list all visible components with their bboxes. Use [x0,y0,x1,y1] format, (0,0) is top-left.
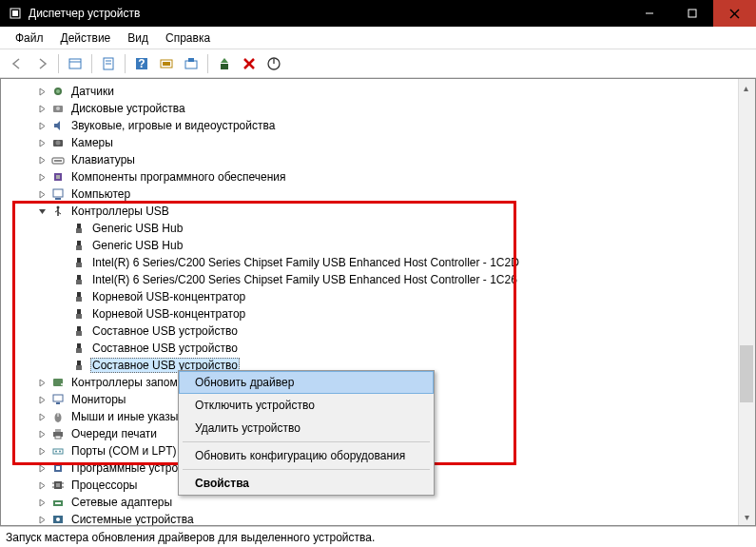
svg-rect-44 [76,297,82,302]
expand-icon [56,359,69,372]
svg-point-64 [59,451,61,453]
svg-rect-38 [76,245,82,250]
tree-node[interactable]: Камеры [14,134,738,151]
expand-icon[interactable] [35,153,48,166]
properties-button[interactable] [97,52,120,75]
tree-node[interactable]: Корневой USB-концентратор [14,305,738,322]
expand-icon[interactable] [35,479,48,492]
tree-node[interactable]: Сетевые адаптеры [14,494,738,511]
tree-node-label: Датчики [69,85,116,98]
tree-node[interactable]: Звуковые, игровые и видеоустройства [14,117,738,134]
minimize-button[interactable] [628,0,670,27]
statusbar: Запуск мастера обновления драйверов для … [0,526,756,547]
scrollbar[interactable]: ▴ ▾ [738,79,755,525]
svg-rect-6 [69,59,81,68]
tree-node-label: Порты (COM и LPT) [69,444,179,458]
expand-icon[interactable] [35,496,48,509]
help-button[interactable]: ? [130,52,153,75]
expand-icon[interactable] [35,376,48,389]
tree-node[interactable]: Generic USB Hub [14,220,738,237]
tree-node-label: Мониторы [69,393,127,406]
tree-node-label: Процессоры [69,479,140,492]
expand-icon[interactable] [35,187,48,201]
expand-icon[interactable] [35,461,48,475]
expand-icon[interactable] [35,102,48,115]
back-button[interactable] [6,52,29,75]
menu-file[interactable]: Файл [8,29,51,47]
expand-icon[interactable] [35,136,48,149]
expand-icon [56,239,69,252]
scroll-up-icon[interactable]: ▴ [739,79,752,96]
expand-icon[interactable] [35,170,48,184]
svg-rect-30 [56,175,60,179]
tree-node[interactable]: Составное USB устройство [14,340,738,357]
context-menu-item[interactable]: Обновить конфигурацию оборудования [179,444,434,467]
tree-node[interactable]: Intel(R) 6 Series/C200 Series Chipset Fa… [14,271,738,288]
close-button[interactable] [713,0,756,27]
usbdev-icon [71,238,87,253]
tree-node-label: Дисковые устройства [69,102,187,115]
usbdev-icon [71,289,87,304]
update-driver-button[interactable] [213,52,236,75]
context-menu-item[interactable]: Обновить драйвер [179,371,434,394]
tree-node[interactable]: Компьютер [14,186,738,203]
cpu-icon [50,478,66,493]
scroll-thumb[interactable] [740,345,753,402]
content-area: ДатчикиДисковые устройстваЗвуковые, игро… [0,78,756,526]
scroll-down-icon[interactable]: ▾ [739,508,755,525]
tree-node[interactable]: Датчики [14,83,738,100]
tree-node-label: Intel(R) 6 Series/C200 Series Chipset Fa… [90,273,519,286]
menu-action[interactable]: Действие [53,29,119,47]
tree-node[interactable]: Системные устройства [14,511,738,525]
menu-separator [183,441,430,442]
toolbar: ? [0,49,756,78]
svg-rect-52 [76,365,82,370]
tree-node[interactable]: Составное USB устройство [14,322,738,340]
maximize-button[interactable] [670,0,713,27]
uninstall-button[interactable] [238,52,261,75]
tree-node[interactable]: Дисковые устройства [14,100,738,117]
svg-rect-60 [55,429,61,432]
port-icon [50,443,66,459]
expand-icon [56,273,69,286]
expand-icon[interactable] [35,85,48,98]
component-icon [50,169,66,185]
tree-node-label: Очереди печати [69,427,159,440]
expand-icon[interactable] [35,513,48,525]
tree-node-label: Составное USB устройство [90,324,240,338]
menu-view[interactable]: Вид [120,29,156,47]
usb-icon [50,204,66,219]
tree-node[interactable]: Generic USB Hub [14,237,738,254]
expand-icon[interactable] [35,393,48,406]
menubar: Файл Действие Вид Справка [0,27,756,49]
disable-button[interactable] [262,52,285,75]
context-menu-item[interactable]: Удалить устройство [179,417,434,440]
forward-button[interactable] [30,52,53,75]
expand-icon [56,307,69,321]
show-console-button[interactable] [64,52,87,75]
svg-rect-17 [221,64,228,69]
tree-node[interactable]: Компоненты программного обеспечения [14,168,738,186]
expand-icon [56,290,69,303]
status-text: Запуск мастера обновления драйверов для … [6,531,375,544]
svg-rect-45 [77,309,81,314]
storage-icon [50,375,66,390]
expand-icon[interactable] [35,444,48,458]
context-menu-item[interactable]: Отключить устройство [179,394,434,417]
tree-node-label: Generic USB Hub [90,239,184,252]
tree-node[interactable]: Контроллеры USB [14,203,738,220]
menu-help[interactable]: Справка [158,29,218,47]
tree-node[interactable]: Корневой USB-концентратор [14,288,738,305]
expand-icon[interactable] [35,427,48,440]
collapse-icon[interactable] [35,205,48,218]
tree-node[interactable]: Intel(R) 6 Series/C200 Series Chipset Fa… [14,254,738,271]
svg-point-76 [56,518,60,521]
expand-icon[interactable] [35,410,48,423]
context-menu-item[interactable]: Свойства [179,472,434,495]
scan-hardware-button[interactable] [180,52,203,75]
expand-icon[interactable] [35,119,48,132]
legacy-hardware-button[interactable] [155,52,178,75]
svg-rect-14 [163,62,170,66]
tree-node[interactable]: Клавиатуры [14,151,738,168]
svg-rect-31 [53,189,63,197]
